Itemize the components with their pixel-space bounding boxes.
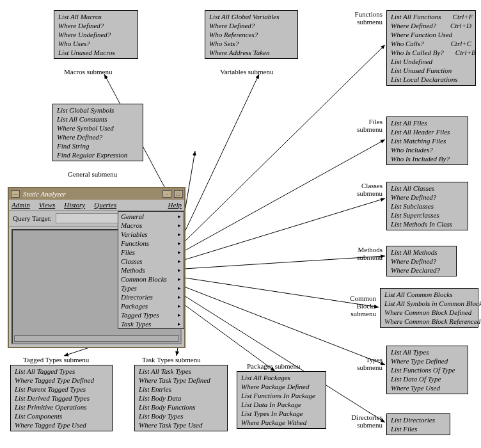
menu-item[interactable]: Find Regular Expression xyxy=(57,151,127,159)
menu-item[interactable]: List Parent Tagged Types xyxy=(15,385,86,393)
menu-item[interactable]: List Undefined xyxy=(391,58,432,65)
menu-item[interactable]: Who Uses? xyxy=(58,40,90,47)
menu-item[interactable]: List Body Types xyxy=(139,412,183,420)
menu-item[interactable]: List Components xyxy=(15,412,62,420)
dropdown-item-files[interactable]: Files▸ xyxy=(118,248,184,257)
chevron-right-icon: ▸ xyxy=(178,285,181,291)
menu-item[interactable]: List Superclasses xyxy=(391,211,439,219)
menu-item[interactable]: List All Functions xyxy=(391,13,441,20)
dropdown-item-types[interactable]: Types▸ xyxy=(118,284,184,292)
menu-item[interactable]: List All Constants xyxy=(57,115,107,123)
menu-queries[interactable]: Queries xyxy=(94,201,116,209)
menu-item[interactable]: List Local Declarations xyxy=(391,76,458,83)
menu-item[interactable]: List Derived Tagged Types xyxy=(15,394,90,402)
menu-item[interactable]: Who Is Included By? xyxy=(391,155,450,163)
menu-item[interactable]: List All Packages xyxy=(241,374,290,381)
menu-item[interactable]: Where Defined? xyxy=(391,193,436,201)
menu-item[interactable]: Where Address Taken xyxy=(209,49,270,56)
minimize-icon[interactable]: · xyxy=(162,190,171,198)
menu-item[interactable]: List Directories xyxy=(391,416,435,424)
menu-views[interactable]: Views xyxy=(39,201,55,209)
menu-item[interactable]: Who Calls? xyxy=(391,40,424,47)
dropdown-item-commonblocks[interactable]: Common Blocks▸ xyxy=(118,275,184,284)
menu-item[interactable]: Where Undefined? xyxy=(58,31,111,38)
menu-item[interactable]: List All Common Blocks xyxy=(384,291,452,298)
menu-item[interactable]: Where Tagged Type Defined xyxy=(15,376,94,384)
menu-item[interactable]: List Subclasses xyxy=(391,202,434,210)
menu-item[interactable]: Where Package Withed xyxy=(241,419,306,426)
menu-item[interactable]: Who Sets? xyxy=(209,40,239,47)
menu-item[interactable]: Where Defined? xyxy=(57,133,102,141)
variables-submenu-box: List All Global Variables Where Defined?… xyxy=(205,10,298,59)
dropdown-item-taggedtypes[interactable]: Tagged Types▸ xyxy=(118,310,184,319)
dropdown-item-tasktypes[interactable]: Task Types▸ xyxy=(118,319,184,328)
menu-help[interactable]: Help xyxy=(168,201,182,209)
menu-item[interactable]: List Unused Function xyxy=(391,67,452,74)
menu-item[interactable]: Who References? xyxy=(209,31,258,38)
menu-item[interactable]: List Global Symbols xyxy=(57,106,114,114)
menu-item[interactable]: Where Common Block Referenced xyxy=(384,317,480,325)
dropdown-item-variables[interactable]: Variables▸ xyxy=(118,230,184,239)
menu-item[interactable]: Where Defined? xyxy=(391,257,436,265)
menu-item[interactable]: Where Defined? xyxy=(391,22,436,29)
menu-item[interactable]: List Unused Macros xyxy=(58,49,115,56)
menu-item[interactable]: List Data In Package xyxy=(241,401,301,408)
menu-item[interactable]: List Types In Package xyxy=(241,410,303,417)
menu-item[interactable]: Where Declared? xyxy=(391,266,440,274)
menu-item[interactable]: Where Task Type Used xyxy=(139,421,203,429)
menu-item[interactable]: List Data Of Type xyxy=(391,375,441,383)
menu-item[interactable]: List All Methods xyxy=(391,248,438,256)
dropdown-item-functions[interactable]: Functions▸ xyxy=(118,239,184,248)
maximize-icon[interactable]: □ xyxy=(174,190,183,198)
menu-admin[interactable]: Admin xyxy=(12,201,30,209)
menu-item[interactable]: Find String xyxy=(57,142,89,150)
menu-item[interactable]: Where Defined? xyxy=(209,22,255,29)
menu-item[interactable]: List Functions In Package xyxy=(241,392,315,399)
menu-item[interactable]: List All Symbols in Common Block xyxy=(384,300,481,307)
menu-item[interactable]: List All Classes xyxy=(391,184,434,192)
menu-item[interactable]: List Files xyxy=(391,425,417,433)
menu-item[interactable]: Where Package Defined xyxy=(241,383,310,390)
horizontal-scrollbar[interactable] xyxy=(14,335,179,342)
menu-item[interactable]: Where Common Block Defined xyxy=(384,308,471,316)
titlebar[interactable]: — Static Analyzer · □ xyxy=(9,188,184,200)
menu-item[interactable]: Where Type Used xyxy=(391,384,440,392)
taggedtypes-submenu-box: List All Tagged Types Where Tagged Type … xyxy=(10,365,113,431)
classes-submenu-box: List All Classes Where Defined? List Sub… xyxy=(386,182,468,230)
menu-item[interactable]: List All Types xyxy=(391,348,429,356)
dropdown-item-methods[interactable]: Methods▸ xyxy=(118,266,184,275)
menu-item[interactable]: Who Includes? xyxy=(391,146,433,154)
dropdown-item-directories[interactable]: Directories▸ xyxy=(118,292,184,301)
menu-item[interactable]: List All Macros xyxy=(58,13,102,20)
menu-item[interactable]: List Matching Files xyxy=(391,137,446,145)
menu-item[interactable]: Where Function Used xyxy=(391,31,452,38)
menu-item[interactable]: List Functions Of Type xyxy=(391,366,455,374)
menu-item[interactable]: List All Task Types xyxy=(139,367,191,375)
dropdown-label: Classes xyxy=(121,257,143,265)
dropdown-item-classes[interactable]: Classes▸ xyxy=(118,257,184,266)
general-submenu-box: List Global Symbols List All Constants W… xyxy=(52,104,143,161)
menu-item[interactable]: List All Tagged Types xyxy=(15,367,75,375)
menu-history[interactable]: History xyxy=(64,201,85,209)
packages-submenu-box: List All Packages Where Package Defined … xyxy=(237,371,326,429)
dropdown-item-general[interactable]: General▸ xyxy=(118,212,184,221)
menu-item[interactable]: List All Header Files xyxy=(391,128,450,136)
menu-item[interactable]: List Methods In Class xyxy=(391,220,452,228)
dropdown-item-packages[interactable]: Packages▸ xyxy=(118,301,184,310)
menu-item[interactable]: List Body Functions xyxy=(139,403,196,411)
menu-item[interactable]: Who Is Called By? xyxy=(391,49,444,56)
menu-item[interactable]: Where Type Defined xyxy=(391,357,448,365)
dropdown-item-macros[interactable]: Macros▸ xyxy=(118,221,184,230)
menu-item[interactable]: List Body Data xyxy=(139,394,182,402)
shortcut: Ctrl+B xyxy=(455,49,476,56)
menu-item[interactable]: Where Tagged Type Used xyxy=(15,421,86,429)
menu-item[interactable]: Where Symbol Used xyxy=(57,124,114,132)
menu-item[interactable]: Where Defined? xyxy=(58,22,104,29)
window-menu-icon[interactable]: — xyxy=(11,190,20,198)
menu-item[interactable]: Where Task Type Defined xyxy=(139,376,210,384)
menu-item[interactable]: List All Files xyxy=(391,119,427,127)
menu-item[interactable]: List Primitive Operations xyxy=(15,403,86,411)
chevron-right-icon: ▸ xyxy=(178,258,181,264)
menu-item[interactable]: List All Global Variables xyxy=(209,13,280,20)
menu-item[interactable]: List Entries xyxy=(139,385,171,393)
